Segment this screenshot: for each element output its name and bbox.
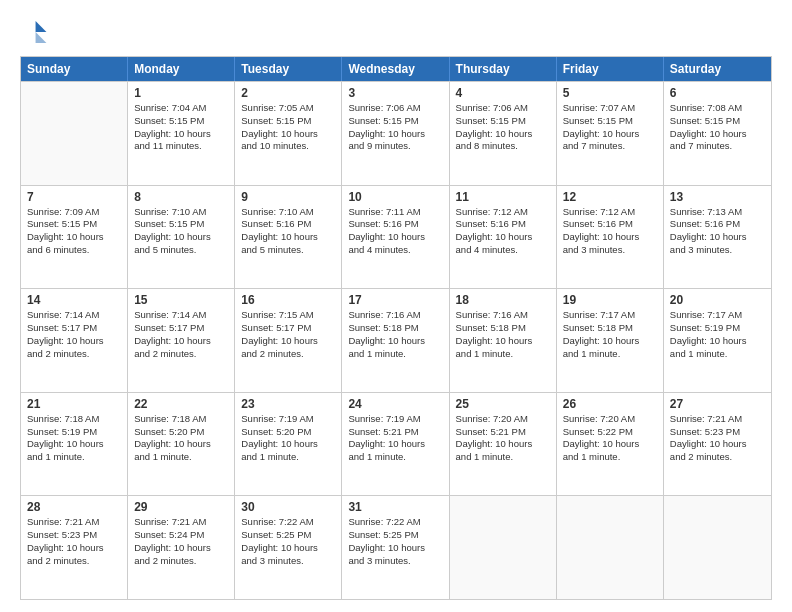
day-number: 16: [241, 293, 335, 307]
calendar-cell: [450, 496, 557, 599]
calendar-cell: 21Sunrise: 7:18 AM Sunset: 5:19 PM Dayli…: [21, 393, 128, 496]
calendar-week-row: 1Sunrise: 7:04 AM Sunset: 5:15 PM Daylig…: [21, 81, 771, 185]
calendar-cell: 9Sunrise: 7:10 AM Sunset: 5:16 PM Daylig…: [235, 186, 342, 289]
day-number: 27: [670, 397, 765, 411]
day-info: Sunrise: 7:10 AM Sunset: 5:15 PM Dayligh…: [134, 206, 228, 257]
day-number: 14: [27, 293, 121, 307]
calendar-cell: 25Sunrise: 7:20 AM Sunset: 5:21 PM Dayli…: [450, 393, 557, 496]
day-number: 11: [456, 190, 550, 204]
day-info: Sunrise: 7:05 AM Sunset: 5:15 PM Dayligh…: [241, 102, 335, 153]
day-info: Sunrise: 7:11 AM Sunset: 5:16 PM Dayligh…: [348, 206, 442, 257]
page: SundayMondayTuesdayWednesdayThursdayFrid…: [0, 0, 792, 612]
weekday-header: Sunday: [21, 57, 128, 81]
day-number: 25: [456, 397, 550, 411]
calendar-week-row: 28Sunrise: 7:21 AM Sunset: 5:23 PM Dayli…: [21, 495, 771, 599]
calendar-cell: 5Sunrise: 7:07 AM Sunset: 5:15 PM Daylig…: [557, 82, 664, 185]
day-info: Sunrise: 7:08 AM Sunset: 5:15 PM Dayligh…: [670, 102, 765, 153]
calendar-cell: 30Sunrise: 7:22 AM Sunset: 5:25 PM Dayli…: [235, 496, 342, 599]
day-number: 2: [241, 86, 335, 100]
day-number: 15: [134, 293, 228, 307]
day-number: 18: [456, 293, 550, 307]
calendar-cell: [664, 496, 771, 599]
calendar-cell: 18Sunrise: 7:16 AM Sunset: 5:18 PM Dayli…: [450, 289, 557, 392]
day-info: Sunrise: 7:18 AM Sunset: 5:20 PM Dayligh…: [134, 413, 228, 464]
calendar-cell: 17Sunrise: 7:16 AM Sunset: 5:18 PM Dayli…: [342, 289, 449, 392]
day-info: Sunrise: 7:10 AM Sunset: 5:16 PM Dayligh…: [241, 206, 335, 257]
calendar-cell: 15Sunrise: 7:14 AM Sunset: 5:17 PM Dayli…: [128, 289, 235, 392]
day-number: 26: [563, 397, 657, 411]
day-info: Sunrise: 7:22 AM Sunset: 5:25 PM Dayligh…: [348, 516, 442, 567]
day-info: Sunrise: 7:16 AM Sunset: 5:18 PM Dayligh…: [456, 309, 550, 360]
svg-marker-1: [36, 32, 47, 43]
day-number: 17: [348, 293, 442, 307]
calendar-cell: 24Sunrise: 7:19 AM Sunset: 5:21 PM Dayli…: [342, 393, 449, 496]
day-info: Sunrise: 7:21 AM Sunset: 5:23 PM Dayligh…: [27, 516, 121, 567]
weekday-header: Monday: [128, 57, 235, 81]
day-number: 30: [241, 500, 335, 514]
day-info: Sunrise: 7:13 AM Sunset: 5:16 PM Dayligh…: [670, 206, 765, 257]
calendar-cell: 4Sunrise: 7:06 AM Sunset: 5:15 PM Daylig…: [450, 82, 557, 185]
day-info: Sunrise: 7:04 AM Sunset: 5:15 PM Dayligh…: [134, 102, 228, 153]
day-info: Sunrise: 7:20 AM Sunset: 5:22 PM Dayligh…: [563, 413, 657, 464]
calendar-cell: 12Sunrise: 7:12 AM Sunset: 5:16 PM Dayli…: [557, 186, 664, 289]
calendar-cell: 26Sunrise: 7:20 AM Sunset: 5:22 PM Dayli…: [557, 393, 664, 496]
calendar-cell: 23Sunrise: 7:19 AM Sunset: 5:20 PM Dayli…: [235, 393, 342, 496]
logo-icon: [20, 18, 48, 46]
day-number: 20: [670, 293, 765, 307]
day-number: 5: [563, 86, 657, 100]
day-info: Sunrise: 7:06 AM Sunset: 5:15 PM Dayligh…: [348, 102, 442, 153]
day-info: Sunrise: 7:17 AM Sunset: 5:19 PM Dayligh…: [670, 309, 765, 360]
calendar-cell: 11Sunrise: 7:12 AM Sunset: 5:16 PM Dayli…: [450, 186, 557, 289]
day-info: Sunrise: 7:21 AM Sunset: 5:24 PM Dayligh…: [134, 516, 228, 567]
day-number: 21: [27, 397, 121, 411]
calendar-cell: 8Sunrise: 7:10 AM Sunset: 5:15 PM Daylig…: [128, 186, 235, 289]
day-number: 28: [27, 500, 121, 514]
calendar-cell: 22Sunrise: 7:18 AM Sunset: 5:20 PM Dayli…: [128, 393, 235, 496]
calendar-cell: 3Sunrise: 7:06 AM Sunset: 5:15 PM Daylig…: [342, 82, 449, 185]
calendar-header: SundayMondayTuesdayWednesdayThursdayFrid…: [21, 57, 771, 81]
day-number: 13: [670, 190, 765, 204]
day-number: 10: [348, 190, 442, 204]
calendar-cell: 6Sunrise: 7:08 AM Sunset: 5:15 PM Daylig…: [664, 82, 771, 185]
calendar-cell: 27Sunrise: 7:21 AM Sunset: 5:23 PM Dayli…: [664, 393, 771, 496]
day-info: Sunrise: 7:06 AM Sunset: 5:15 PM Dayligh…: [456, 102, 550, 153]
day-number: 6: [670, 86, 765, 100]
day-info: Sunrise: 7:14 AM Sunset: 5:17 PM Dayligh…: [134, 309, 228, 360]
calendar-cell: 19Sunrise: 7:17 AM Sunset: 5:18 PM Dayli…: [557, 289, 664, 392]
day-number: 4: [456, 86, 550, 100]
calendar-cell: 10Sunrise: 7:11 AM Sunset: 5:16 PM Dayli…: [342, 186, 449, 289]
day-number: 23: [241, 397, 335, 411]
day-info: Sunrise: 7:19 AM Sunset: 5:20 PM Dayligh…: [241, 413, 335, 464]
day-number: 8: [134, 190, 228, 204]
calendar-cell: 1Sunrise: 7:04 AM Sunset: 5:15 PM Daylig…: [128, 82, 235, 185]
calendar-cell: 13Sunrise: 7:13 AM Sunset: 5:16 PM Dayli…: [664, 186, 771, 289]
day-number: 3: [348, 86, 442, 100]
day-info: Sunrise: 7:14 AM Sunset: 5:17 PM Dayligh…: [27, 309, 121, 360]
day-info: Sunrise: 7:17 AM Sunset: 5:18 PM Dayligh…: [563, 309, 657, 360]
calendar-week-row: 14Sunrise: 7:14 AM Sunset: 5:17 PM Dayli…: [21, 288, 771, 392]
logo: [20, 18, 52, 46]
day-info: Sunrise: 7:15 AM Sunset: 5:17 PM Dayligh…: [241, 309, 335, 360]
day-number: 22: [134, 397, 228, 411]
calendar-cell: 7Sunrise: 7:09 AM Sunset: 5:15 PM Daylig…: [21, 186, 128, 289]
header: [20, 18, 772, 46]
day-info: Sunrise: 7:16 AM Sunset: 5:18 PM Dayligh…: [348, 309, 442, 360]
day-number: 7: [27, 190, 121, 204]
weekday-header: Wednesday: [342, 57, 449, 81]
weekday-header: Saturday: [664, 57, 771, 81]
day-number: 12: [563, 190, 657, 204]
day-number: 1: [134, 86, 228, 100]
calendar-cell: 28Sunrise: 7:21 AM Sunset: 5:23 PM Dayli…: [21, 496, 128, 599]
calendar-week-row: 21Sunrise: 7:18 AM Sunset: 5:19 PM Dayli…: [21, 392, 771, 496]
calendar-cell: 29Sunrise: 7:21 AM Sunset: 5:24 PM Dayli…: [128, 496, 235, 599]
calendar-cell: 20Sunrise: 7:17 AM Sunset: 5:19 PM Dayli…: [664, 289, 771, 392]
day-info: Sunrise: 7:09 AM Sunset: 5:15 PM Dayligh…: [27, 206, 121, 257]
day-number: 9: [241, 190, 335, 204]
day-info: Sunrise: 7:22 AM Sunset: 5:25 PM Dayligh…: [241, 516, 335, 567]
calendar: SundayMondayTuesdayWednesdayThursdayFrid…: [20, 56, 772, 600]
day-number: 31: [348, 500, 442, 514]
day-info: Sunrise: 7:07 AM Sunset: 5:15 PM Dayligh…: [563, 102, 657, 153]
day-info: Sunrise: 7:20 AM Sunset: 5:21 PM Dayligh…: [456, 413, 550, 464]
calendar-cell: 31Sunrise: 7:22 AM Sunset: 5:25 PM Dayli…: [342, 496, 449, 599]
calendar-cell: 14Sunrise: 7:14 AM Sunset: 5:17 PM Dayli…: [21, 289, 128, 392]
